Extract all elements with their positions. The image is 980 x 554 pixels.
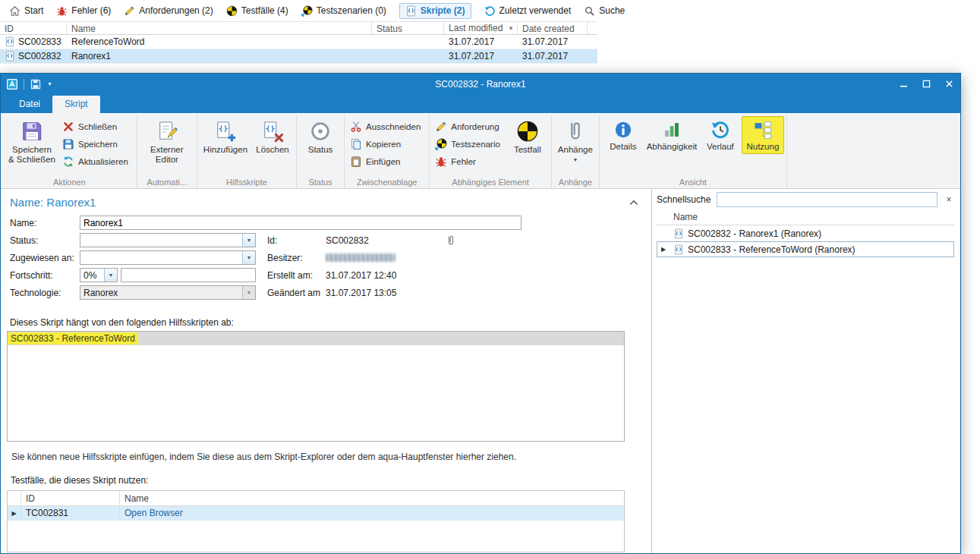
- paperclip-icon[interactable]: [445, 235, 457, 247]
- name-input[interactable]: [80, 216, 522, 230]
- column-header-name[interactable]: Name: [67, 22, 372, 34]
- nav-item-fehler[interactable]: Fehler (6): [56, 5, 111, 17]
- nav-item-testfaelle[interactable]: Testfälle (4): [226, 5, 288, 17]
- group-label: Aktionen: [2, 178, 137, 187]
- tree-item-ranorex1[interactable]: SC002832 - Ranorex1 (Ranorex): [657, 225, 954, 241]
- testcase-icon: [516, 120, 539, 143]
- tab-skript[interactable]: Skript: [52, 96, 100, 113]
- attachments-button[interactable]: Anhänge ▼: [554, 116, 597, 165]
- external-editor-icon: [156, 120, 178, 143]
- nav-item-skripte[interactable]: Skripte (2): [399, 3, 471, 19]
- usage-button[interactable]: Nutzung: [742, 116, 784, 154]
- delete-helper-script-button[interactable]: Löschen: [251, 116, 294, 157]
- usage-table-header: ID Name: [8, 491, 624, 506]
- testcase-button[interactable]: Testfall: [506, 116, 549, 157]
- nav-label: Anforderungen (2): [139, 5, 213, 16]
- column-header-status[interactable]: Status: [372, 22, 444, 34]
- nav-item-testszenarien[interactable]: Testszenarien (0): [301, 5, 386, 17]
- nav-item-suche[interactable]: Suche: [584, 5, 625, 17]
- tree-column-header-name[interactable]: Name: [657, 209, 954, 225]
- script-icon: [405, 5, 417, 17]
- ribbon-group-aktionen: Speichern & Schließen Schließen Speicher…: [2, 115, 137, 188]
- close-button[interactable]: Schließen: [59, 118, 134, 134]
- nav-item-start[interactable]: Start: [9, 5, 43, 17]
- quick-search-panel: Schnellsuche × Name SC002832 - Ranorex1 …: [652, 189, 960, 553]
- script-icon: [673, 228, 684, 239]
- bug-icon: [435, 156, 447, 168]
- quick-save-icon[interactable]: [30, 78, 42, 90]
- progress-input[interactable]: [121, 268, 256, 282]
- status-icon: [309, 120, 332, 143]
- progress-combobox[interactable]: 0% ▼: [80, 268, 118, 282]
- created-label: Erstellt am:: [267, 270, 326, 281]
- column-header-id[interactable]: ID: [21, 491, 120, 505]
- maximize-button[interactable]: [915, 74, 937, 94]
- divider: [24, 79, 24, 90]
- assigned-label: Zugewiesen an:: [10, 253, 80, 263]
- usage-table-row[interactable]: ▶ TC002831 Open Browser: [8, 506, 624, 521]
- dependency-list-item[interactable]: SC002833 - ReferenceToWord: [8, 332, 624, 345]
- dependencies-list[interactable]: SC002833 - ReferenceToWord: [7, 331, 625, 442]
- copy-icon: [350, 138, 362, 150]
- cut-button[interactable]: Ausschneiden: [347, 118, 427, 134]
- close-icon: [945, 80, 953, 88]
- requirement-button[interactable]: Anforderung: [432, 118, 506, 134]
- close-window-button[interactable]: [937, 74, 960, 94]
- refresh-button[interactable]: Aktualisieren: [59, 153, 134, 169]
- chevron-down-icon[interactable]: ▼: [242, 251, 255, 264]
- chevron-down-icon[interactable]: ▼: [242, 234, 255, 247]
- dropdown-icon: ▼: [572, 157, 578, 163]
- nav-item-anforderungen[interactable]: Anforderungen (2): [124, 5, 213, 17]
- ribbon-group-hilfsskripte: Hinzufügen Löschen Hilfsskripte: [197, 115, 297, 188]
- column-header-name[interactable]: Name: [120, 491, 624, 505]
- name-label: Name:: [10, 218, 80, 228]
- tree-item-referencetoword-selected[interactable]: ▶ SC002833 - ReferenceToWord (Ranorex): [657, 241, 954, 257]
- chevron-down-icon[interactable]: ▼: [104, 269, 117, 282]
- paste-button[interactable]: Einfügen: [347, 153, 427, 169]
- table-row[interactable]: SC002833 ReferenceToWord 31.07.2017 31.0…: [0, 35, 597, 49]
- technology-combobox: Ranorex ▼: [80, 285, 256, 300]
- nav-label: Fehler (6): [71, 5, 111, 16]
- qat-dropdown-icon[interactable]: ▼: [47, 81, 52, 87]
- add-helper-script-button[interactable]: Hinzufügen: [200, 116, 251, 157]
- status-button[interactable]: Status: [299, 116, 342, 157]
- column-header-date-created[interactable]: Date created: [518, 22, 588, 34]
- group-label: Ansicht: [600, 178, 786, 187]
- titlebar[interactable]: SC002832 - Ranorex1 ▼: [1, 74, 960, 94]
- external-editor-button[interactable]: Externer Editor: [140, 116, 194, 167]
- clear-search-icon[interactable]: ×: [944, 194, 954, 205]
- refresh-icon: [62, 156, 74, 168]
- save-button[interactable]: Speichern: [59, 136, 134, 152]
- defect-button[interactable]: Fehler: [432, 153, 506, 169]
- assigned-combobox[interactable]: ▼: [80, 250, 256, 265]
- column-header-last-modified[interactable]: Last modified ▼: [444, 22, 518, 34]
- recent-icon: [484, 5, 496, 17]
- minimize-button[interactable]: [892, 74, 915, 94]
- dependency-icon: [662, 120, 682, 140]
- ribbon-group-zwischenablage: Ausschneiden Kopieren Einfügen Zwischena…: [345, 115, 430, 188]
- history-icon: [711, 120, 730, 140]
- row-indicator-icon: ▶: [11, 510, 16, 517]
- dependency-button[interactable]: Abhängigkeit: [644, 116, 699, 154]
- nav-item-zuletzt-verwendet[interactable]: Zuletzt verwendet: [484, 5, 572, 17]
- maximize-icon: [922, 80, 931, 88]
- history-button[interactable]: Verlauf: [699, 116, 742, 154]
- testscenario-button[interactable]: Testszenario: [432, 136, 506, 152]
- script-icon: [673, 244, 684, 255]
- table-row-selected[interactable]: SC002832 Ranorex1 31.07.2017 31.07.2017: [0, 49, 597, 64]
- nav-label: Skripte (2): [421, 5, 465, 16]
- status-combobox[interactable]: ▼: [80, 233, 256, 247]
- copy-button[interactable]: Kopieren: [347, 136, 427, 152]
- add-script-icon: [214, 120, 237, 143]
- app-icon: [6, 78, 18, 90]
- chevron-down-icon: ▼: [242, 286, 255, 299]
- collapse-chevron-icon[interactable]: [629, 197, 639, 208]
- quick-search-input[interactable]: [717, 192, 937, 207]
- column-header-id[interactable]: ID: [0, 22, 67, 34]
- details-button[interactable]: Details: [602, 116, 644, 154]
- ribbon-group-status: Status Status: [297, 115, 345, 188]
- main-navigation: Start Fehler (6) Anforderungen (2) Testf…: [0, 0, 980, 21]
- save-and-close-button[interactable]: Speichern & Schließen: [5, 116, 59, 167]
- tab-datei[interactable]: Datei: [7, 96, 52, 113]
- progress-label: Fortschritt:: [10, 270, 80, 281]
